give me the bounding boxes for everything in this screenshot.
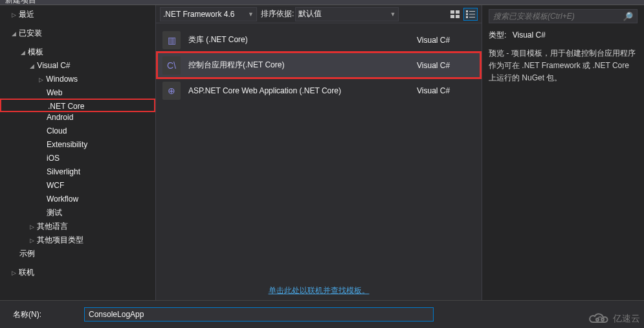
toolbar: .NET Framework 4.6 ▼ 排序依据: 默认值 ▼ xyxy=(156,5,482,23)
chevron-right-icon: ▷ xyxy=(38,73,44,87)
template-list: ▥ 类库 (.NET Core) Visual C# C\ 控制台应用程序(.N… xyxy=(156,23,482,279)
sort-label: 排序依据: xyxy=(261,8,294,19)
window-titlebar: 新建项目 xyxy=(0,0,644,5)
tree-cloud[interactable]: Cloud xyxy=(0,124,155,138)
window-title: 新建项目 xyxy=(5,0,36,5)
tree-recent[interactable]: ▷ 最近 xyxy=(0,8,155,21)
chevron-down-icon: ▼ xyxy=(390,11,395,18)
tree-netcore[interactable]: .NET Core xyxy=(0,99,155,112)
web-icon: ⊕ xyxy=(162,82,181,100)
svg-rect-2 xyxy=(450,15,454,18)
console-icon: C\ xyxy=(162,56,181,75)
svg-rect-1 xyxy=(456,10,460,14)
tree-other-types[interactable]: ▷ 其他项目类型 xyxy=(0,233,155,247)
svg-rect-8 xyxy=(466,16,468,18)
watermark: 亿速云 xyxy=(588,312,640,325)
tree-extensibility[interactable]: Extensibility xyxy=(0,138,155,152)
svg-rect-6 xyxy=(466,13,468,15)
tree-silverlight[interactable]: Silverlight xyxy=(0,165,155,179)
template-classlib[interactable]: ▥ 类库 (.NET Core) Visual C# xyxy=(157,27,480,53)
chevron-down-icon: ◢ xyxy=(28,60,35,73)
tree-samples[interactable]: 示例 xyxy=(0,247,155,261)
tree-other-lang[interactable]: ▷ 其他语言 xyxy=(0,220,155,233)
watermark-text: 亿速云 xyxy=(613,313,640,325)
tree-test[interactable]: 测试 xyxy=(0,206,155,220)
online-templates-link[interactable]: 单击此处以联机并查找模板。 xyxy=(269,286,370,295)
tree-wcf[interactable]: WCF xyxy=(0,179,155,193)
view-small-icons-button[interactable] xyxy=(463,8,478,21)
project-name-input[interactable] xyxy=(84,307,434,322)
tree-online[interactable]: ▷ 联机 xyxy=(0,266,155,279)
tree-ios[interactable]: iOS xyxy=(0,152,155,165)
svg-rect-4 xyxy=(466,10,468,12)
tree-templates[interactable]: ◢ 模板 xyxy=(0,45,155,59)
template-aspnet[interactable]: ⊕ ASP.NET Core Web Application (.NET Cor… xyxy=(157,78,480,103)
chevron-right-icon: ▷ xyxy=(28,234,35,248)
right-panel: 🔎 类型: Visual C# 预览 - 项目模板，用于创建控制台应用程序作为可… xyxy=(482,5,644,300)
online-templates-link-row: 单击此处以联机并查找模板。 xyxy=(156,279,482,300)
tree-web[interactable]: Web xyxy=(0,86,155,100)
svg-rect-9 xyxy=(469,17,475,18)
name-label: 名称(N): xyxy=(13,309,84,320)
svg-rect-0 xyxy=(450,10,454,14)
type-value: Visual C# xyxy=(513,30,546,40)
center-panel: .NET Framework 4.6 ▼ 排序依据: 默认值 ▼ ▥ 类库 (.… xyxy=(155,5,482,300)
search-icon[interactable]: 🔎 xyxy=(623,12,633,21)
view-medium-icons-button[interactable] xyxy=(448,8,462,21)
cloud-icon xyxy=(588,312,610,325)
bottom-bar: 名称(N): xyxy=(0,301,644,328)
tree-windows[interactable]: ▷ Windows xyxy=(0,73,155,86)
search-templates-box[interactable]: 🔎 xyxy=(489,9,638,23)
chevron-down-icon: ◢ xyxy=(10,27,17,41)
svg-rect-5 xyxy=(469,11,475,12)
tree-visual-csharp[interactable]: ◢ Visual C# xyxy=(0,59,155,73)
chevron-down-icon: ◢ xyxy=(19,46,26,60)
search-input[interactable] xyxy=(493,12,623,21)
tree-installed[interactable]: ◢ 已安装 xyxy=(0,27,155,40)
chevron-right-icon: ▷ xyxy=(10,266,17,280)
classlib-icon: ▥ xyxy=(162,31,181,49)
template-description: 预览 - 项目模板，用于创建控制台应用程序作为可在 .NET Framework… xyxy=(489,47,638,85)
svg-rect-7 xyxy=(469,14,475,14)
chevron-right-icon: ▷ xyxy=(28,220,35,234)
chevron-right-icon: ▷ xyxy=(10,8,17,22)
template-console[interactable]: C\ 控制台应用程序(.NET Core) Visual C# xyxy=(157,53,480,78)
tree-workflow[interactable]: Workflow xyxy=(0,193,155,206)
sidebar: ▷ 最近 ◢ 已安装 ◢ 模板 ◢ Visual C# ▷ Windows We… xyxy=(0,5,155,300)
chevron-down-icon: ▼ xyxy=(248,11,254,18)
framework-combo[interactable]: .NET Framework 4.6 ▼ xyxy=(160,7,257,21)
svg-rect-3 xyxy=(456,15,460,18)
sort-combo[interactable]: 默认值 ▼ xyxy=(295,7,399,21)
type-label: 类型: xyxy=(489,30,506,40)
